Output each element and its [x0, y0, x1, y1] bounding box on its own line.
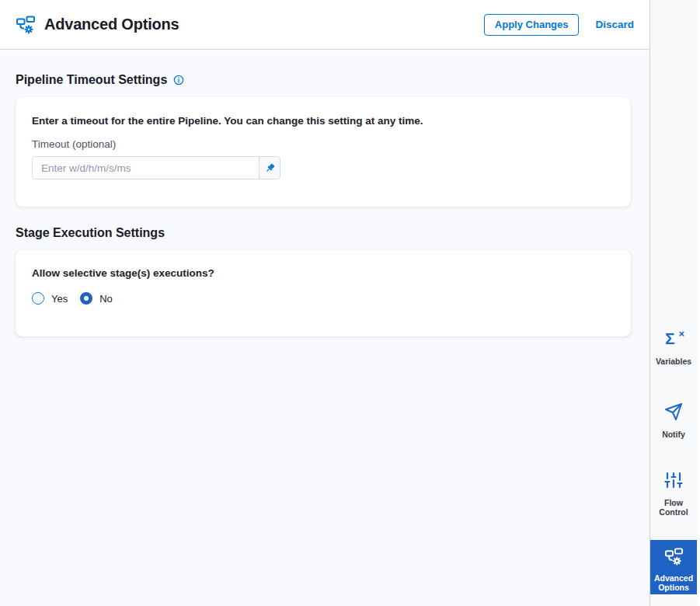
apply-changes-button[interactable]: Apply Changes: [484, 14, 580, 36]
sidebar-item-notify[interactable]: Notify: [650, 402, 697, 439]
sidebar-item-label: Notify: [652, 430, 695, 439]
timeout-input[interactable]: [32, 156, 259, 179]
timeout-label: Timeout (optional): [32, 138, 615, 150]
discard-button[interactable]: Discard: [595, 19, 634, 30]
paper-plane-icon: [664, 402, 683, 421]
pipeline-gear-icon: [16, 15, 36, 35]
radio-circle-no: [80, 292, 92, 305]
selective-execution-radio-group: Yes No: [32, 292, 615, 305]
sliders-icon: [664, 471, 683, 489]
pipeline-gear-icon: [664, 547, 684, 566]
selective-execution-question: Allow selective stage(s) executions?: [32, 267, 615, 279]
pipeline-timeout-heading-label: Pipeline Timeout Settings: [16, 73, 167, 87]
main-content: Pipeline Timeout Settings Enter a timeou…: [0, 50, 650, 606]
sidebar-item-flow-control[interactable]: Flow Control: [650, 471, 697, 517]
panel-header: Advanced Options Apply Changes Discard: [0, 0, 650, 50]
timeout-input-group: [32, 156, 280, 179]
sigma-x-icon: Σ×: [663, 329, 684, 348]
pin-button[interactable]: [259, 156, 280, 179]
advanced-options-panel: { "colors": { "accent": "#0278d5", "tile…: [0, 0, 700, 606]
page-title: Advanced Options: [44, 16, 179, 33]
radio-label-no: No: [99, 293, 113, 305]
header-actions: Apply Changes Discard: [484, 14, 634, 36]
info-icon[interactable]: [173, 75, 184, 85]
pipeline-timeout-card: Enter a timeout for the entire Pipeline.…: [16, 97, 631, 207]
stage-execution-card: Allow selective stage(s) executions? Yes…: [16, 250, 631, 336]
sidebar-item-label: Variables: [652, 357, 695, 366]
pushpin-icon: [264, 162, 276, 174]
radio-label-yes: Yes: [51, 293, 68, 305]
radio-option-yes[interactable]: Yes: [32, 292, 68, 305]
sidebar-item-advanced-options[interactable]: Advanced Options: [650, 540, 697, 594]
radio-option-no[interactable]: No: [80, 292, 113, 305]
right-sidebar: Σ× Variables Notify Flow Control: [650, 0, 697, 606]
timeout-description: Enter a timeout for the entire Pipeline.…: [32, 115, 615, 127]
pipeline-timeout-heading: Pipeline Timeout Settings: [16, 73, 631, 87]
stage-execution-heading-label: Stage Execution Settings: [16, 226, 165, 240]
radio-circle-yes: [32, 292, 44, 305]
sidebar-item-variables[interactable]: Σ× Variables: [650, 329, 697, 366]
sidebar-item-label: Flow Control: [652, 498, 695, 517]
stage-execution-heading: Stage Execution Settings: [16, 226, 631, 240]
sidebar-item-label: Advanced Options: [652, 573, 695, 592]
